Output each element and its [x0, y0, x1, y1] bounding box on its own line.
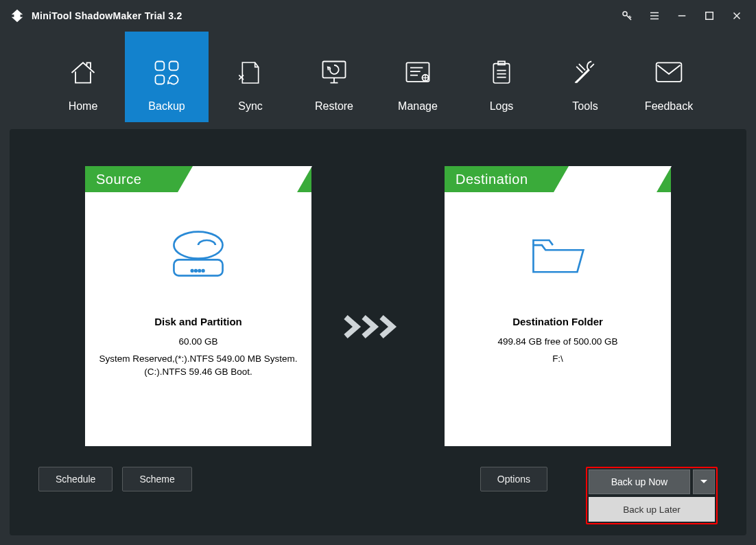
minimize-button[interactable]: [668, 0, 696, 32]
svg-rect-3: [169, 62, 178, 71]
backup-split-button-group: Back up Now Back up Later: [586, 467, 718, 524]
arrow-indicator: [351, 313, 405, 340]
menu-icon[interactable]: [641, 0, 668, 32]
sync-icon: [235, 58, 265, 88]
svg-rect-10: [174, 259, 222, 275]
svg-rect-4: [156, 76, 165, 84]
svg-rect-1: [706, 12, 713, 20]
backup-dropdown-toggle[interactable]: [693, 469, 715, 494]
main-nav: Home Backup Sync Restore Manage Logs T: [0, 32, 756, 122]
svg-rect-5: [323, 62, 346, 78]
destination-header-label: Destination: [456, 172, 528, 187]
svg-point-15: [202, 270, 204, 272]
svg-rect-8: [493, 64, 509, 83]
source-header-label: Source: [96, 172, 141, 187]
maximize-button[interactable]: [696, 0, 723, 32]
destination-path: F:\: [552, 353, 563, 366]
titlebar: MiniTool ShadowMaker Trial 3.2: [0, 0, 756, 32]
panel-header-source: Source: [85, 166, 311, 192]
destination-size: 499.84 GB free of 500.00 GB: [498, 336, 618, 349]
svg-rect-9: [657, 62, 682, 82]
schedule-button[interactable]: Schedule: [38, 467, 113, 491]
main-content: Source Disk and Partition 60.00 GB Syste…: [10, 129, 746, 535]
svg-point-0: [623, 12, 627, 16]
source-title: Disk and Partition: [154, 316, 242, 327]
source-panel[interactable]: Source Disk and Partition 60.00 GB Syste…: [85, 166, 311, 446]
nav-feedback[interactable]: Feedback: [627, 32, 711, 122]
svg-point-13: [195, 270, 197, 272]
backup-later-option[interactable]: Back up Later: [589, 497, 715, 522]
nav-backup[interactable]: Backup: [125, 32, 209, 122]
svg-point-14: [198, 270, 200, 272]
nav-label: Sync: [238, 100, 263, 113]
app-logo-icon: [10, 8, 25, 23]
tools-icon: [570, 58, 600, 88]
feedback-icon: [654, 58, 684, 88]
footer: Schedule Scheme Options Back up Now Back…: [38, 467, 718, 522]
nav-label: Feedback: [645, 100, 693, 113]
folder-icon: [527, 229, 589, 316]
restore-icon: [319, 58, 349, 88]
source-size: 60.00 GB: [178, 336, 217, 349]
nav-label: Backup: [148, 100, 185, 113]
nav-label: Manage: [398, 100, 438, 113]
scheme-button[interactable]: Scheme: [122, 467, 191, 491]
nav-home[interactable]: Home: [41, 32, 125, 122]
nav-logs[interactable]: Logs: [460, 32, 543, 122]
source-details: System Reserved,(*:).NTFS 549.00 MB Syst…: [95, 353, 302, 379]
backup-icon: [152, 58, 182, 88]
manage-icon: [403, 58, 433, 88]
destination-title: Destination Folder: [512, 316, 603, 327]
home-icon: [68, 58, 98, 88]
nav-label: Tools: [572, 100, 598, 113]
nav-sync[interactable]: Sync: [209, 32, 292, 122]
svg-rect-2: [156, 62, 165, 71]
app-title: MiniTool ShadowMaker Trial 3.2: [32, 10, 182, 21]
options-button[interactable]: Options: [480, 467, 547, 491]
backup-now-button[interactable]: Back up Now: [589, 469, 690, 494]
key-icon[interactable]: [613, 0, 641, 32]
nav-label: Restore: [315, 100, 353, 113]
nav-label: Logs: [490, 100, 514, 113]
nav-manage[interactable]: Manage: [376, 32, 460, 122]
nav-label: Home: [69, 100, 98, 113]
panel-header-destination: Destination: [445, 166, 671, 192]
nav-tools[interactable]: Tools: [543, 32, 627, 122]
logs-icon: [486, 58, 517, 88]
nav-restore[interactable]: Restore: [292, 32, 376, 122]
disk-icon: [167, 229, 229, 316]
destination-panel[interactable]: Destination Destination Folder 499.84 GB…: [445, 166, 671, 446]
close-button[interactable]: [723, 0, 751, 32]
svg-point-12: [191, 270, 193, 272]
